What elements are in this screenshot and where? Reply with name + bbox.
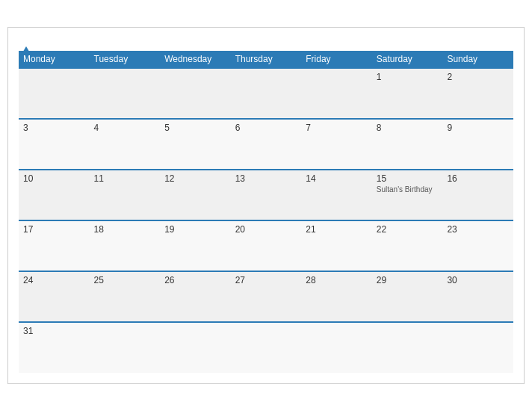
calendar-cell: 10 <box>19 170 90 220</box>
weekday-header-tuesday: Tuesday <box>90 51 161 68</box>
day-number: 11 <box>94 173 156 184</box>
day-number: 27 <box>235 275 297 285</box>
day-number: 7 <box>306 123 368 133</box>
weekday-header-sunday: Sunday <box>442 51 513 68</box>
day-number: 1 <box>377 72 439 82</box>
calendar-cell: 16 <box>442 170 513 220</box>
calendar-cell: 31 <box>19 322 90 373</box>
day-number: 16 <box>447 173 509 184</box>
calendar-cell <box>160 322 231 373</box>
day-number: 18 <box>94 224 156 235</box>
day-number: 25 <box>94 275 156 285</box>
day-number: 2 <box>447 72 509 82</box>
calendar-week-row: 101112131415Sultan's Birthday16 <box>19 170 513 220</box>
day-event: Sultan's Birthday <box>377 185 439 194</box>
calendar-week-row: 3456789 <box>19 119 513 170</box>
calendar-cell: 12 <box>160 170 231 220</box>
calendar-cell <box>90 68 161 119</box>
day-number: 15 <box>377 173 439 184</box>
calendar-cell: 21 <box>301 220 372 271</box>
calendar-cell: 11 <box>90 170 161 220</box>
day-number: 30 <box>447 275 509 285</box>
day-number: 3 <box>23 123 85 133</box>
calendar: MondayTuesdayWednesdayThursdayFridaySatu… <box>7 27 525 385</box>
calendar-cell <box>160 68 231 119</box>
calendar-cell: 9 <box>442 119 513 170</box>
weekday-header-wednesday: Wednesday <box>160 51 231 68</box>
calendar-cell: 14 <box>301 170 372 220</box>
calendar-header <box>19 35 513 47</box>
calendar-cell: 8 <box>372 119 443 170</box>
calendar-cell: 22 <box>372 220 443 271</box>
calendar-cell <box>90 322 161 373</box>
calendar-cell: 6 <box>231 119 302 170</box>
day-number: 17 <box>23 224 85 235</box>
weekday-header-saturday: Saturday <box>372 51 443 68</box>
calendar-cell: 7 <box>301 119 372 170</box>
day-number: 24 <box>23 275 85 285</box>
calendar-cell: 2 <box>442 68 513 119</box>
calendar-cell: 26 <box>160 271 231 322</box>
calendar-week-row: 31 <box>19 322 513 373</box>
calendar-cell: 20 <box>231 220 302 271</box>
logo-triangle-icon <box>21 35 31 55</box>
weekday-header-friday: Friday <box>301 51 372 68</box>
day-number: 22 <box>377 224 439 235</box>
calendar-week-row: 17181920212223 <box>19 220 513 271</box>
calendar-cell: 19 <box>160 220 231 271</box>
weekday-header-monday: Monday <box>19 51 90 68</box>
day-number: 26 <box>164 275 226 285</box>
day-number: 8 <box>377 123 439 133</box>
day-number: 14 <box>306 173 368 184</box>
day-number: 9 <box>447 123 509 133</box>
calendar-cell: 28 <box>301 271 372 322</box>
calendar-week-row: 24252627282930 <box>19 271 513 322</box>
calendar-cell <box>442 322 513 373</box>
day-number: 13 <box>235 173 297 184</box>
calendar-cell: 25 <box>90 271 161 322</box>
day-number: 29 <box>377 275 439 285</box>
calendar-cell <box>372 322 443 373</box>
calendar-grid: MondayTuesdayWednesdayThursdayFridaySatu… <box>19 51 513 373</box>
calendar-cell <box>19 68 90 119</box>
calendar-cell: 18 <box>90 220 161 271</box>
day-number: 10 <box>23 173 85 184</box>
calendar-cell <box>301 68 372 119</box>
day-number: 20 <box>235 224 297 235</box>
day-number: 31 <box>23 326 85 336</box>
calendar-cell: 29 <box>372 271 443 322</box>
calendar-week-row: 12 <box>19 68 513 119</box>
day-number: 4 <box>94 123 156 133</box>
calendar-cell: 24 <box>19 271 90 322</box>
day-number: 23 <box>447 224 509 235</box>
calendar-cell: 4 <box>90 119 161 170</box>
calendar-cell: 13 <box>231 170 302 220</box>
day-number: 12 <box>164 173 226 184</box>
calendar-cell <box>231 68 302 119</box>
logo <box>19 35 34 47</box>
calendar-cell: 3 <box>19 119 90 170</box>
day-number: 19 <box>164 224 226 235</box>
calendar-cell: 27 <box>231 271 302 322</box>
calendar-cell: 30 <box>442 271 513 322</box>
calendar-cell <box>301 322 372 373</box>
day-number: 28 <box>306 275 368 285</box>
day-number: 6 <box>235 123 297 133</box>
calendar-cell: 23 <box>442 220 513 271</box>
calendar-cell: 15Sultan's Birthday <box>372 170 443 220</box>
day-number: 5 <box>164 123 226 133</box>
calendar-cell: 17 <box>19 220 90 271</box>
calendar-cell: 5 <box>160 119 231 170</box>
weekday-header-thursday: Thursday <box>231 51 302 68</box>
calendar-cell: 1 <box>372 68 443 119</box>
calendar-cell <box>231 322 302 373</box>
weekday-header-row: MondayTuesdayWednesdayThursdayFridaySatu… <box>19 51 513 68</box>
day-number: 21 <box>306 224 368 235</box>
